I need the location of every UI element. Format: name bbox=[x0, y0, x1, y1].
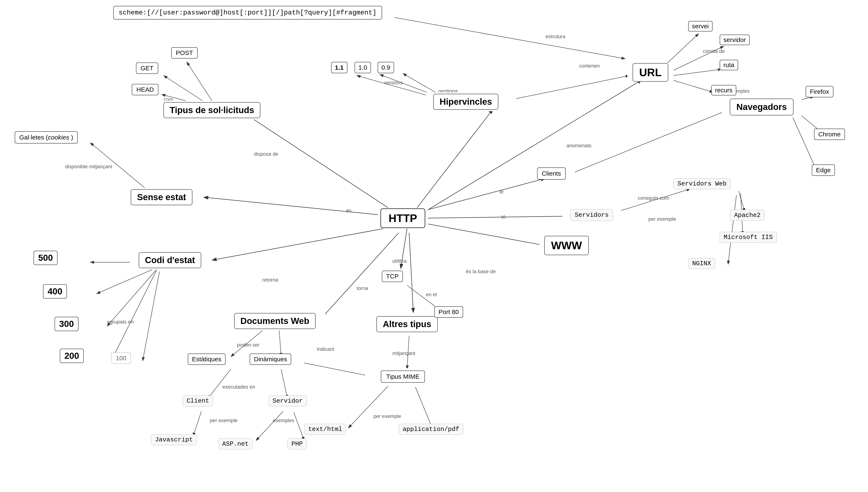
php-label: PHP bbox=[292, 440, 303, 447]
get-label: GET bbox=[141, 65, 154, 72]
ms-iis-node[interactable]: Microsoft IIS bbox=[720, 232, 777, 243]
c300-node[interactable]: 300 bbox=[54, 317, 78, 331]
recurs-node[interactable]: recurs bbox=[711, 85, 736, 96]
edge-node[interactable]: Edge bbox=[812, 165, 835, 176]
ruta-node[interactable]: ruta bbox=[720, 60, 738, 70]
servidor-exec-node[interactable]: Servidor bbox=[269, 395, 307, 407]
tcp-node[interactable]: TCP bbox=[382, 271, 403, 282]
dinamiques-label: Dinàmiques bbox=[254, 355, 287, 363]
chrome-node[interactable]: Chrome bbox=[814, 129, 845, 140]
dinamiques-node[interactable]: Dinàmiques bbox=[250, 353, 291, 365]
servidor-url-node[interactable]: servidor bbox=[720, 34, 750, 45]
sense-estat-node[interactable]: Sense estat bbox=[124, 188, 199, 207]
c100-node[interactable]: 100 bbox=[111, 352, 131, 364]
clients-label: Clients bbox=[542, 170, 561, 177]
svg-line-33 bbox=[279, 328, 281, 357]
head-label: HEAD bbox=[137, 86, 154, 93]
www-node[interactable]: WWW bbox=[539, 235, 594, 256]
url-scheme-label: scheme:[//[user:password@]host[:port]][/… bbox=[119, 9, 377, 17]
c500-node[interactable]: 500 bbox=[33, 251, 57, 265]
ver09-label: 0.9 bbox=[381, 64, 390, 71]
client-exec-node[interactable]: Client bbox=[182, 395, 213, 407]
svg-line-35 bbox=[281, 369, 288, 399]
javascript-node[interactable]: Javascript bbox=[151, 434, 197, 445]
servidors-web-node[interactable]: Servidors Web bbox=[673, 178, 730, 189]
chrome-label: Chrome bbox=[818, 131, 841, 138]
label-per-exemple2: per exemple bbox=[210, 418, 238, 423]
svg-line-18 bbox=[671, 80, 713, 92]
svg-line-41 bbox=[348, 386, 388, 428]
label-disponible-mitjancant: disponible mitjançant bbox=[65, 164, 112, 170]
nginx-node[interactable]: NGINX bbox=[688, 258, 715, 269]
documents-web-label: Documents Web bbox=[241, 316, 309, 326]
post-node[interactable]: POST bbox=[171, 47, 198, 58]
http-node[interactable]: HTTP bbox=[378, 208, 428, 229]
label-anomenats: anomenats bbox=[567, 143, 592, 149]
svg-line-31 bbox=[143, 272, 159, 361]
servidors-label: Servidors bbox=[575, 212, 609, 219]
label-exemples2: exemples bbox=[273, 418, 294, 423]
aspnet-label: ASP.net bbox=[222, 440, 249, 447]
firefox-label: Firefox bbox=[810, 88, 829, 95]
svg-line-44 bbox=[739, 191, 745, 212]
galetes-label: Gal·letes (cookies ) bbox=[19, 134, 73, 141]
label-consta-de: consta de bbox=[703, 48, 725, 54]
port80-node[interactable]: Port 80 bbox=[434, 306, 463, 318]
label-versions: versions bbox=[384, 80, 403, 85]
navegadors-node[interactable]: Navegadors bbox=[722, 97, 801, 118]
tipus-mime-node[interactable]: Tipus MIME bbox=[365, 368, 441, 385]
ver11-node[interactable]: 1.1 bbox=[331, 62, 347, 73]
apache2-node[interactable]: Apache2 bbox=[730, 210, 765, 221]
svg-line-19 bbox=[367, 13, 625, 59]
svg-line-12 bbox=[420, 178, 546, 212]
label-poden-ser: poden ser bbox=[237, 342, 259, 348]
c400-label: 400 bbox=[48, 287, 62, 296]
c200-node[interactable]: 200 bbox=[60, 349, 84, 363]
label-indicant: indicant bbox=[317, 346, 334, 352]
javascript-label: Javascript bbox=[155, 436, 193, 443]
svg-line-11 bbox=[422, 216, 573, 218]
svg-line-8 bbox=[409, 233, 413, 313]
ver10-label: 1.0 bbox=[358, 64, 367, 71]
servidor-url-label: servidor bbox=[723, 36, 746, 43]
documents-web-node[interactable]: Documents Web bbox=[224, 312, 325, 330]
tipus-sol-label: Tipus de sol·licituds bbox=[170, 105, 254, 115]
ruta-label: ruta bbox=[723, 62, 734, 68]
text-html-label: text/html bbox=[308, 426, 342, 433]
codi-estat-node[interactable]: Codi d'estat bbox=[130, 251, 210, 270]
get-node[interactable]: GET bbox=[136, 63, 158, 74]
http-label: HTTP bbox=[389, 212, 417, 224]
servidors-node[interactable]: Servidors bbox=[562, 207, 621, 223]
svg-line-21 bbox=[187, 62, 212, 101]
tipus-sol-node[interactable]: Tipus de sol·licituds bbox=[159, 101, 264, 120]
svg-line-28 bbox=[97, 267, 159, 294]
c400-node[interactable]: 400 bbox=[43, 284, 67, 299]
galetes-node[interactable]: Gal·letes (cookies ) bbox=[2, 129, 90, 146]
svg-line-14 bbox=[516, 76, 629, 99]
svg-line-36 bbox=[193, 411, 201, 436]
clients-node[interactable]: Clients bbox=[537, 167, 566, 179]
label-te2: té bbox=[501, 214, 506, 220]
svg-line-4 bbox=[248, 115, 394, 212]
url-scheme-box: scheme:[//[user:password@]host[:port]][/… bbox=[113, 6, 382, 20]
label-torna: torna bbox=[357, 285, 368, 291]
text-html-node[interactable]: text/html bbox=[304, 424, 346, 435]
head-node[interactable]: HEAD bbox=[132, 84, 158, 95]
app-pdf-node[interactable]: application/pdf bbox=[399, 424, 463, 435]
firefox-node[interactable]: Firefox bbox=[806, 86, 834, 97]
svg-line-5 bbox=[203, 197, 392, 216]
svg-line-47 bbox=[575, 109, 730, 172]
svg-line-15 bbox=[663, 33, 699, 67]
estatiques-node[interactable]: Estàtiques bbox=[188, 353, 226, 365]
www-label: WWW bbox=[551, 239, 582, 251]
hipervincles-node[interactable]: Hipervincles bbox=[426, 92, 506, 111]
ver09-node[interactable]: 0.9 bbox=[378, 62, 394, 73]
c200-label: 200 bbox=[65, 351, 79, 361]
url-node[interactable]: URL bbox=[627, 63, 673, 82]
aspnet-node[interactable]: ASP.net bbox=[218, 439, 253, 449]
svg-line-30 bbox=[113, 271, 156, 357]
codi-estat-label: Codi d'estat bbox=[145, 255, 195, 265]
ver10-node[interactable]: 1.0 bbox=[354, 62, 371, 73]
php-node[interactable]: PHP bbox=[288, 439, 307, 449]
servei-node[interactable]: servei bbox=[688, 21, 713, 31]
